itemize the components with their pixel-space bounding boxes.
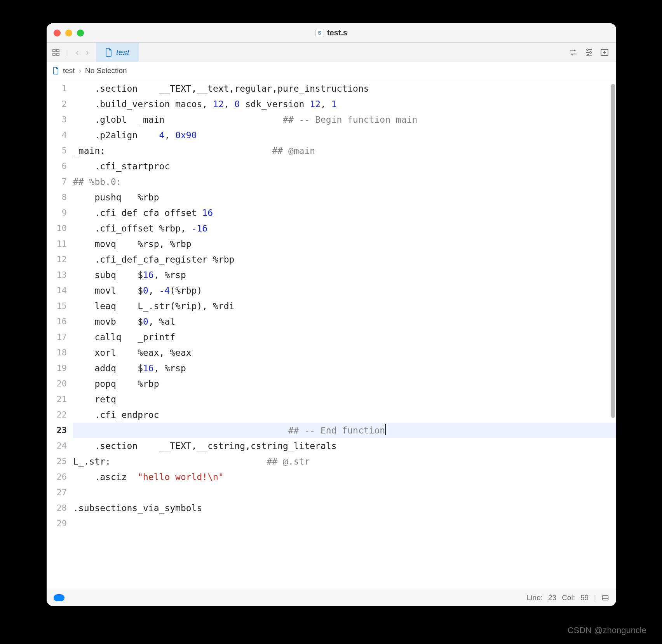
window-title: S test.s bbox=[47, 23, 616, 42]
code-line[interactable]: leaq L_.str(%rip), %rdi bbox=[73, 298, 616, 314]
line-number: 16 bbox=[47, 314, 67, 329]
code-line[interactable]: .subsections_via_symbols bbox=[73, 500, 616, 516]
window-title-text: test.s bbox=[327, 28, 347, 37]
line-number: 27 bbox=[47, 485, 67, 500]
file-type-badge: S bbox=[315, 29, 324, 37]
code-line[interactable]: .asciz "hello world!\n" bbox=[73, 469, 616, 485]
line-number: 9 bbox=[47, 205, 67, 221]
line-number: 2 bbox=[47, 96, 67, 112]
code-content[interactable]: .section __TEXT,__text,regular,pure_inst… bbox=[71, 79, 616, 589]
line-number: 26 bbox=[47, 469, 67, 485]
line-number: 14 bbox=[47, 283, 67, 298]
cursor-line-label: Line: bbox=[527, 594, 543, 602]
text-caret bbox=[385, 424, 386, 435]
line-number: 11 bbox=[47, 236, 67, 252]
swap-arrows-icon[interactable] bbox=[569, 48, 578, 57]
code-line[interactable]: popq %rbp bbox=[73, 376, 616, 392]
minimize-button[interactable] bbox=[65, 30, 72, 37]
code-line[interactable]: ## %bb.0: bbox=[73, 174, 616, 190]
line-number: 21 bbox=[47, 392, 67, 407]
code-line[interactable]: .section __TEXT,__text,regular,pure_inst… bbox=[73, 81, 616, 96]
cursor-col-value: 59 bbox=[580, 594, 589, 602]
code-line[interactable]: .section __TEXT,__cstring,cstring_litera… bbox=[73, 438, 616, 454]
code-line[interactable]: .cfi_def_cfa_offset 16 bbox=[73, 205, 616, 221]
code-line[interactable]: .cfi_startproc bbox=[73, 158, 616, 174]
svg-point-4 bbox=[587, 49, 588, 50]
line-number: 29 bbox=[47, 516, 67, 531]
line-number: 23 bbox=[47, 423, 67, 438]
code-line[interactable]: .cfi_endproc bbox=[73, 407, 616, 423]
line-number: 20 bbox=[47, 376, 67, 392]
code-line[interactable] bbox=[73, 485, 616, 500]
code-line[interactable]: addq $16, %rsp bbox=[73, 360, 616, 376]
code-line[interactable]: callq _printf bbox=[73, 329, 616, 345]
separator: | bbox=[594, 594, 596, 602]
line-number: 12 bbox=[47, 252, 67, 267]
document-icon bbox=[105, 48, 112, 57]
svg-point-6 bbox=[587, 54, 589, 56]
svg-point-5 bbox=[590, 52, 591, 53]
code-line[interactable]: .p2align 4, 0x90 bbox=[73, 127, 616, 143]
grid-icon[interactable] bbox=[52, 49, 60, 56]
add-panel-icon[interactable] bbox=[600, 48, 609, 57]
code-line[interactable]: movl $0, -4(%rbp) bbox=[73, 283, 616, 298]
tab-label: test bbox=[116, 48, 129, 57]
line-number: 25 bbox=[47, 454, 67, 469]
code-line[interactable]: retq bbox=[73, 392, 616, 407]
watermark: CSDN @zhonguncle bbox=[568, 625, 646, 635]
breadcrumb-selection: No Selection bbox=[85, 66, 127, 75]
adjust-icon[interactable] bbox=[584, 48, 594, 57]
document-icon bbox=[53, 67, 59, 75]
line-number: 13 bbox=[47, 267, 67, 283]
code-line[interactable]: .globl _main ## -- Begin function main bbox=[73, 112, 616, 127]
line-number: 3 bbox=[47, 112, 67, 127]
line-number: 8 bbox=[47, 190, 67, 205]
code-line[interactable]: _main: ## @main bbox=[73, 143, 616, 158]
scrollbar-thumb[interactable] bbox=[611, 84, 615, 418]
code-line[interactable]: L_.str: ## @.str bbox=[73, 454, 616, 469]
svg-rect-8 bbox=[603, 595, 608, 600]
line-number: 18 bbox=[47, 345, 67, 360]
tab-bar: | ‹ › test bbox=[47, 43, 616, 62]
separator: | bbox=[64, 48, 70, 57]
code-line[interactable]: ## -- End function bbox=[73, 423, 616, 438]
line-number: 19 bbox=[47, 360, 67, 376]
line-number: 28 bbox=[47, 500, 67, 516]
code-line[interactable]: subq $16, %rsp bbox=[73, 267, 616, 283]
traffic-lights bbox=[47, 30, 84, 37]
code-editor[interactable]: 1234567891011121314151617181920212223242… bbox=[47, 79, 616, 589]
chevron-left-icon[interactable]: ‹ bbox=[74, 47, 80, 58]
code-line[interactable]: .cfi_def_cfa_register %rbp bbox=[73, 252, 616, 267]
line-number: 5 bbox=[47, 143, 67, 158]
code-line[interactable]: .build_version macos, 12, 0 sdk_version … bbox=[73, 96, 616, 112]
cursor-col-label: Col: bbox=[562, 594, 575, 602]
svg-rect-1 bbox=[57, 49, 59, 52]
line-number: 15 bbox=[47, 298, 67, 314]
tab-active[interactable]: test bbox=[96, 43, 139, 62]
chevron-right-icon[interactable]: › bbox=[84, 47, 91, 58]
svg-rect-3 bbox=[57, 53, 59, 56]
code-line[interactable] bbox=[73, 516, 616, 531]
line-number: 7 bbox=[47, 174, 67, 190]
status-indicator[interactable] bbox=[54, 594, 64, 601]
code-line[interactable]: pushq %rbp bbox=[73, 190, 616, 205]
code-line[interactable]: movq %rsp, %rbp bbox=[73, 236, 616, 252]
close-button[interactable] bbox=[54, 30, 61, 37]
line-number: 1 bbox=[47, 81, 67, 96]
breadcrumb[interactable]: test › No Selection bbox=[47, 62, 616, 79]
line-number: 22 bbox=[47, 407, 67, 423]
code-line[interactable]: xorl %eax, %eax bbox=[73, 345, 616, 360]
zoom-button[interactable] bbox=[77, 30, 84, 37]
line-number: 4 bbox=[47, 127, 67, 143]
line-number: 6 bbox=[47, 158, 67, 174]
chevron-right-icon: › bbox=[79, 66, 81, 75]
svg-rect-2 bbox=[53, 53, 55, 56]
breadcrumb-file: test bbox=[63, 66, 75, 75]
line-number-gutter: 1234567891011121314151617181920212223242… bbox=[47, 79, 71, 589]
line-number: 17 bbox=[47, 329, 67, 345]
code-line[interactable]: .cfi_offset %rbp, -16 bbox=[73, 221, 616, 236]
panel-toggle-icon[interactable] bbox=[601, 594, 609, 602]
svg-rect-0 bbox=[53, 49, 55, 52]
editor-window: S test.s | ‹ › test bbox=[47, 23, 616, 606]
code-line[interactable]: movb $0, %al bbox=[73, 314, 616, 329]
